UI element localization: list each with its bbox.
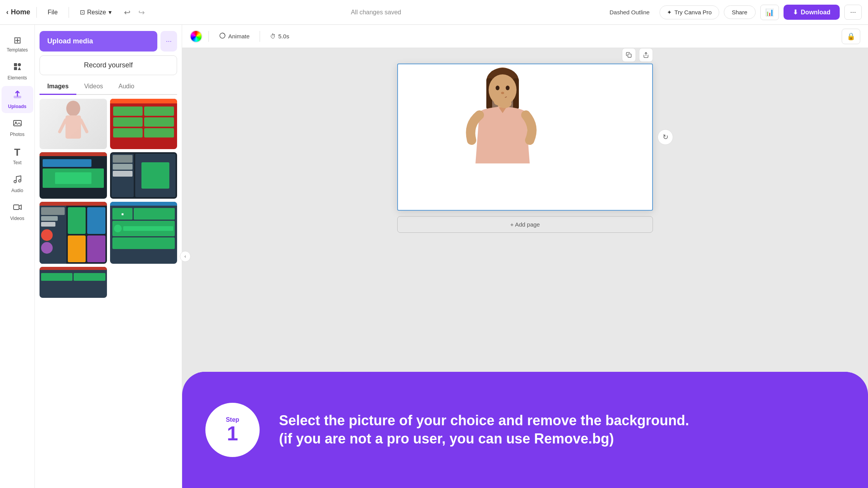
svg-rect-2 bbox=[14, 67, 17, 70]
svg-rect-15 bbox=[628, 54, 631, 57]
uploads-panel: Upload media ··· Record yourself Images … bbox=[35, 25, 182, 488]
wave-decoration bbox=[182, 372, 868, 378]
uploads-label: Uploads bbox=[8, 104, 26, 109]
lock-button[interactable]: 🔒 bbox=[842, 29, 860, 44]
home-button[interactable]: ‹ Home bbox=[6, 8, 30, 16]
svg-line-12 bbox=[60, 120, 65, 132]
svg-line-13 bbox=[81, 120, 87, 132]
photos-label: Photos bbox=[10, 132, 24, 137]
step-circle: Step 1 bbox=[205, 403, 260, 457]
file-menu[interactable]: File bbox=[43, 7, 62, 18]
sidebar-item-photos[interactable]: Photos bbox=[2, 115, 33, 141]
media-thumb-2[interactable] bbox=[110, 99, 177, 149]
toolbar-divider-1 bbox=[208, 31, 209, 42]
duration-button[interactable]: ⏱ 5.0s bbox=[266, 31, 293, 42]
audio-label: Audio bbox=[11, 188, 23, 193]
resize-button[interactable]: ⊡ Resize ▾ bbox=[75, 6, 116, 18]
text-label: Text bbox=[13, 160, 21, 165]
sidebar-item-templates[interactable]: ⊞ Templates bbox=[2, 31, 33, 57]
sidebar-icons: ⊞ Templates Elements Uploads bbox=[0, 25, 35, 488]
nav-divider-1 bbox=[36, 7, 37, 18]
elements-label: Elements bbox=[7, 75, 27, 81]
collapse-panel-button[interactable]: ‹ bbox=[180, 251, 191, 262]
canvas-frame[interactable] bbox=[397, 64, 653, 211]
topnav: ‹ Home File ⊡ Resize ▾ ↩ ↪ All changes s… bbox=[0, 0, 868, 25]
sidebar-item-text[interactable]: T Text bbox=[2, 143, 33, 169]
redo-button[interactable]: ↪ bbox=[135, 6, 148, 19]
canvas-toolbar: Animate ⏱ 5.0s 🔒 bbox=[182, 25, 868, 48]
videos-icon bbox=[13, 203, 22, 214]
elements-icon bbox=[13, 62, 22, 74]
more-options-button[interactable]: ··· bbox=[844, 5, 862, 20]
refresh-button[interactable]: ↻ bbox=[658, 129, 673, 145]
canvas-frame-wrapper: ↻ bbox=[397, 64, 653, 211]
undo-button[interactable]: ↩ bbox=[121, 6, 134, 19]
tab-videos[interactable]: Videos bbox=[76, 79, 111, 95]
svg-point-24 bbox=[501, 92, 504, 94]
media-thumb-3[interactable] bbox=[40, 152, 107, 199]
add-page-button[interactable]: + Add page bbox=[397, 216, 653, 233]
media-thumb-5[interactable] bbox=[40, 202, 107, 264]
upload-media-button[interactable]: Upload media bbox=[40, 31, 157, 52]
share-button[interactable]: Share bbox=[724, 5, 756, 19]
text-icon: T bbox=[14, 146, 21, 158]
canvas-area: Animate ⏱ 5.0s 🔒 bbox=[182, 25, 868, 488]
media-thumb-1[interactable] bbox=[40, 99, 107, 149]
uploads-icon bbox=[12, 90, 22, 102]
animate-icon bbox=[219, 32, 226, 40]
download-label: Download bbox=[801, 9, 830, 16]
step-text-block: Select the picture of your choice and re… bbox=[279, 412, 689, 448]
share-canvas-button[interactable] bbox=[639, 48, 653, 62]
main-layout: ⊞ Templates Elements Uploads bbox=[0, 25, 868, 488]
media-grid: ■ bbox=[40, 99, 177, 298]
canvas-icon-buttons bbox=[622, 48, 653, 62]
bottom-overlay: Step 1 Select the picture of your choice… bbox=[182, 372, 868, 488]
download-button[interactable]: ⬇ Download bbox=[784, 5, 840, 20]
sidebar-item-elements[interactable]: Elements bbox=[2, 58, 33, 84]
dashed-outline-button[interactable]: Dashed Outline bbox=[604, 6, 655, 19]
svg-point-1 bbox=[18, 63, 21, 66]
copy-button[interactable] bbox=[622, 48, 636, 62]
sidebar-item-videos[interactable]: Videos bbox=[2, 199, 33, 225]
upload-more-button[interactable]: ··· bbox=[160, 31, 177, 52]
toolbar-divider-2 bbox=[260, 31, 260, 42]
chart-icon: 📊 bbox=[765, 9, 774, 16]
chevron-down-icon: ▾ bbox=[108, 9, 112, 16]
photos-icon bbox=[13, 119, 22, 130]
svg-rect-0 bbox=[14, 63, 17, 66]
svg-rect-5 bbox=[14, 120, 21, 126]
color-wheel[interactable] bbox=[190, 30, 202, 43]
svg-point-23 bbox=[506, 86, 510, 90]
svg-point-7 bbox=[14, 180, 16, 183]
audio-icon bbox=[13, 175, 22, 186]
media-tabs: Images Videos Audio bbox=[40, 79, 177, 95]
svg-point-10 bbox=[66, 101, 80, 116]
step-text-line1: Select the picture of your choice and re… bbox=[279, 412, 689, 430]
templates-icon: ⊞ bbox=[14, 35, 21, 46]
sidebar-item-audio[interactable]: Audio bbox=[2, 171, 33, 197]
media-thumb-7[interactable] bbox=[40, 267, 107, 298]
tab-images[interactable]: Images bbox=[40, 79, 76, 95]
stats-button[interactable]: 📊 bbox=[760, 5, 779, 20]
animate-label: Animate bbox=[228, 33, 250, 40]
record-yourself-button[interactable]: Record yourself bbox=[40, 55, 177, 75]
tab-audio[interactable]: Audio bbox=[111, 79, 142, 95]
woman-image bbox=[444, 64, 561, 210]
resize-icon: ⊡ bbox=[80, 9, 85, 16]
sidebar-item-uploads[interactable]: Uploads bbox=[2, 86, 33, 113]
undo-redo-group: ↩ ↪ bbox=[121, 6, 148, 19]
upload-btn-row: Upload media ··· bbox=[40, 31, 177, 52]
canva-pro-label: Try Canva Pro bbox=[674, 9, 711, 15]
step-text-line2: (if you are not a pro user, you can use … bbox=[279, 430, 689, 448]
templates-label: Templates bbox=[7, 47, 28, 53]
svg-marker-3 bbox=[18, 67, 21, 70]
try-canva-pro-button[interactable]: ✦ Try Canva Pro bbox=[660, 5, 719, 19]
svg-point-22 bbox=[496, 86, 499, 90]
step-number: 1 bbox=[227, 423, 238, 443]
chevron-left-icon: ‹ bbox=[6, 8, 9, 16]
media-thumb-6[interactable]: ■ bbox=[110, 202, 177, 264]
nav-right-group: Dashed Outline ✦ Try Canva Pro Share 📊 ⬇… bbox=[604, 5, 862, 20]
home-label: Home bbox=[11, 8, 30, 16]
animate-button[interactable]: Animate bbox=[215, 30, 253, 43]
media-thumb-4[interactable] bbox=[110, 152, 177, 199]
